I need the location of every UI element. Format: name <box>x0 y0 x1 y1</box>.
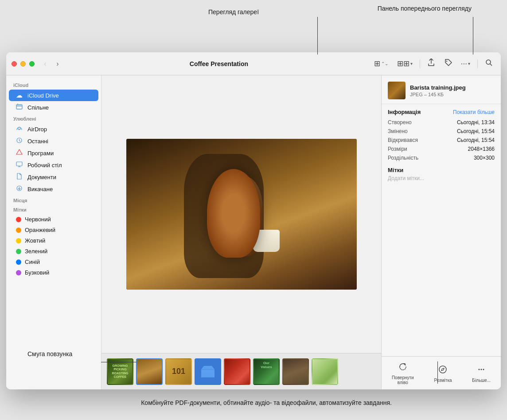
chevron-left-icon: ‹ <box>44 60 46 68</box>
rotate-icon <box>398 362 408 374</box>
sidebar-item-tag-red[interactable]: Червоний <box>9 214 98 224</box>
thumbnail-item[interactable]: 101 <box>165 358 192 385</box>
more-button[interactable]: ··· ▾ <box>458 58 473 70</box>
gallery-view-button[interactable]: ⊞ ⌃⌄ <box>371 57 391 70</box>
show-more-button[interactable]: Показати більше <box>453 109 495 115</box>
sidebar-item-airdrop[interactable]: AirDrop <box>9 123 98 135</box>
sidebar-item-tag-purple[interactable]: Бузковий <box>9 267 98 278</box>
toolbar-right: ⊞ ⌃⌄ ⊞⊞ ▾ <box>371 57 495 71</box>
svg-point-13 <box>479 369 480 370</box>
forward-button[interactable]: › <box>52 59 63 68</box>
sidebar-item-documents[interactable]: Документи <box>9 171 98 183</box>
sidebar-item-label: Червоний <box>25 216 51 223</box>
svg-point-14 <box>481 369 482 370</box>
info-row-dimensions: Розміри 2048×1366 <box>388 145 495 153</box>
nav-buttons: ‹ › <box>40 59 63 68</box>
chevron-up-down-icon: ⌃⌄ <box>381 61 388 66</box>
tag-icon <box>444 59 452 69</box>
chevron-down-icon: ▾ <box>410 61 413 66</box>
thumbnail-item[interactable] <box>224 358 250 385</box>
sidebar-item-label: Програми <box>27 150 54 157</box>
svg-point-12 <box>439 366 446 373</box>
svg-marker-7 <box>16 149 22 154</box>
info-label-created: Створено <box>388 119 412 126</box>
info-row-opened: Відкривався Сьогодні, 15:54 <box>388 136 495 145</box>
titlebar: ‹ › Coffee Presentation ⊞ ⌃⌄ ⊞⊞ ▾ <box>6 52 501 75</box>
grid-icon: ⊞⊞ <box>397 59 410 68</box>
sidebar-item-label: Останні <box>27 138 48 145</box>
actions-annotation: Комбінуйте PDF-документи, обтинайте ауді… <box>141 399 392 408</box>
thumbnail-item[interactable]: OurValues <box>253 358 280 385</box>
sidebar-item-shared[interactable]: Спільне <box>9 102 98 113</box>
preview-actions: Повернутивліво Розмітка <box>382 356 501 389</box>
sidebar-item-tag-yellow[interactable]: Жовтий <box>9 236 98 246</box>
preview-filetype: JPEG – 145 КБ <box>410 92 495 97</box>
more-chevron-icon: ▾ <box>468 61 470 66</box>
info-value-opened: Сьогодні, 15:54 <box>457 137 495 143</box>
orange-tag-dot <box>16 228 21 233</box>
sidebar-item-label: Жовтий <box>25 237 45 244</box>
thumbnail-item[interactable] <box>195 358 221 385</box>
search-button[interactable] <box>482 57 495 71</box>
info-value-created: Сьогодні, 13:34 <box>457 119 495 126</box>
close-button[interactable] <box>12 61 17 67</box>
preview-header: Barista training.jpeg JPEG – 145 КБ <box>382 75 501 104</box>
gallery-view-icon: ⊞ <box>374 59 380 68</box>
section-label-tags: Мітки <box>6 204 101 214</box>
info-row-created: Створено Сьогодні, 13:34 <box>388 118 495 127</box>
svg-point-0 <box>446 61 447 62</box>
share-icon <box>427 59 435 69</box>
markup-button[interactable]: Розмітка <box>430 363 455 385</box>
sidebar-item-tag-green[interactable]: Зелений <box>9 246 98 256</box>
sidebar-item-label: Документи <box>27 174 56 181</box>
recent-icon <box>16 137 24 145</box>
main-view: GROWINGPICKINGROASTINGCOFFEE 101 OurValu… <box>101 75 381 389</box>
sidebar-item-tag-orange[interactable]: Оранжевий <box>9 225 98 235</box>
back-button[interactable]: ‹ <box>40 59 51 68</box>
markup-icon <box>438 365 448 377</box>
section-label-places: Місця <box>6 195 101 204</box>
sidebar: iCloud ☁ iCloud Drive Спільне Улюблені <box>6 75 101 389</box>
gallery-annotation-line <box>317 17 318 55</box>
chevron-right-icon: › <box>56 60 58 68</box>
preview-annotation-line <box>473 17 473 55</box>
tags-button[interactable] <box>441 57 455 71</box>
info-value-dimensions: 2048×1366 <box>468 146 495 152</box>
yellow-tag-dot <box>16 238 21 243</box>
shared-icon <box>16 103 24 111</box>
sidebar-item-apps[interactable]: Програми <box>9 147 98 159</box>
svg-point-5 <box>19 129 20 130</box>
preview-panel: Barista training.jpeg JPEG – 145 КБ Інфо… <box>381 75 501 389</box>
sidebar-item-label: Оранжевий <box>25 227 55 233</box>
red-tag-dot <box>16 217 21 222</box>
content-area: iCloud ☁ iCloud Drive Спільне Улюблені <box>6 75 501 389</box>
toolbar-divider-2 <box>477 59 478 68</box>
preview-info-section: Інформація Показати більше Створено Сьог… <box>382 104 501 356</box>
thumbnail-item[interactable] <box>282 358 309 385</box>
sidebar-item-label: Викачане <box>27 186 53 192</box>
thumbnail-item[interactable] <box>136 358 163 385</box>
info-row-modified: Змінено Сьогодні, 15:54 <box>388 127 495 136</box>
thumbnail-item[interactable]: GROWINGPICKINGROASTINGCOFFEE <box>107 358 133 385</box>
blue-tag-dot <box>16 259 21 265</box>
sidebar-item-desktop[interactable]: Робочий стіл <box>9 159 98 171</box>
preview-file-info: Barista training.jpeg JPEG – 145 КБ <box>410 84 495 97</box>
info-value-modified: Сьогодні, 15:54 <box>457 128 495 134</box>
svg-rect-2 <box>16 105 22 109</box>
more-actions-button[interactable]: Більше... <box>468 363 494 385</box>
grid-view-button[interactable]: ⊞⊞ ▾ <box>394 57 415 70</box>
sidebar-item-downloads[interactable]: Викачане <box>9 183 98 195</box>
finder-window: ‹ › Coffee Presentation ⊞ ⌃⌄ ⊞⊞ ▾ <box>6 52 501 389</box>
share-button[interactable] <box>425 57 438 71</box>
thumbnail-item[interactable] <box>312 358 338 385</box>
sidebar-item-recent[interactable]: Останні <box>9 135 98 147</box>
sidebar-item-icloud-drive[interactable]: ☁ iCloud Drive <box>9 90 98 101</box>
svg-point-15 <box>483 369 484 370</box>
info-section-title: Інформація <box>388 109 421 115</box>
sidebar-item-tag-blue[interactable]: Синій <box>9 257 98 267</box>
sidebar-item-label: Спільне <box>27 104 49 111</box>
minimize-button[interactable] <box>20 61 26 67</box>
rotate-button[interactable]: Повернутивліво <box>388 360 417 387</box>
tags-placeholder: Додати мітки... <box>388 175 495 181</box>
fullscreen-button[interactable] <box>29 61 35 67</box>
